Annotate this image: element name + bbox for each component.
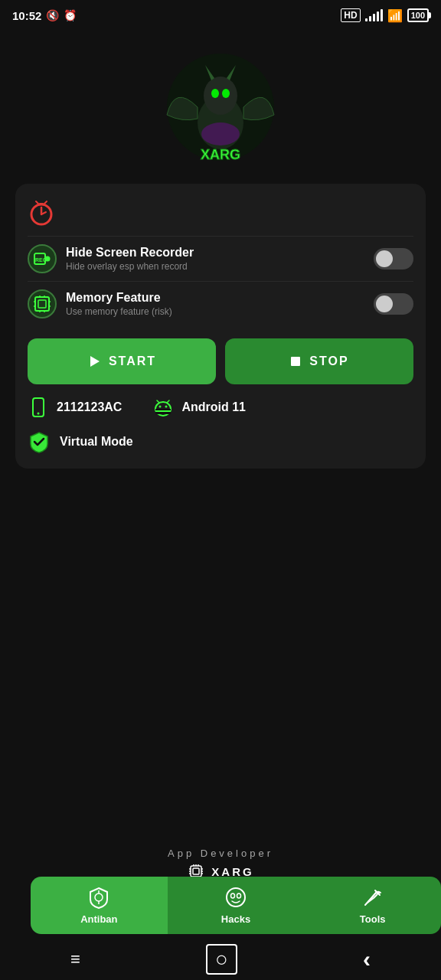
svg-marker-26	[90, 356, 100, 367]
svg-line-12	[44, 201, 47, 204]
logo-area: XARG	[0, 31, 441, 176]
svg-rect-37	[191, 866, 201, 877]
nav-hacks-label: Hacks	[221, 913, 250, 925]
svg-line-11	[36, 201, 38, 204]
phone-icon	[28, 397, 49, 418]
time-display: 10:52	[12, 9, 41, 22]
status-left: 10:52 🔇 ⏰	[12, 9, 77, 22]
virtual-mode-row: Virtual Mode	[28, 424, 413, 456]
svg-rect-10	[39, 203, 44, 205]
svg-line-35	[157, 400, 159, 403]
device-id-value: 2112123AC	[57, 400, 122, 414]
wifi-icon: 📶	[387, 8, 403, 23]
mute-icon: 🔇	[46, 9, 59, 21]
svg-point-2	[204, 77, 237, 115]
svg-rect-17	[38, 300, 46, 308]
battery-icon: 100	[407, 8, 429, 22]
hide-screen-recorder-toggle[interactable]	[374, 248, 413, 270]
nav-antiban-label: Antiban	[80, 913, 117, 925]
android-version-value: Android 11	[181, 400, 246, 414]
svg-point-3	[211, 89, 219, 98]
svg-point-29	[38, 413, 40, 415]
sys-home-button[interactable]: ○	[206, 944, 237, 975]
svg-text:REC: REC	[35, 257, 47, 263]
hd-label: HD	[341, 8, 360, 22]
svg-point-5	[201, 122, 240, 145]
memory-feature-toggle[interactable]	[374, 293, 413, 315]
developer-label: App Developer	[168, 848, 273, 859]
stop-button[interactable]: STOP	[225, 338, 413, 384]
tools-icon	[361, 886, 384, 909]
nav-hacks[interactable]: Hacks	[168, 877, 305, 934]
timer-icon	[28, 199, 55, 227]
signal-icon	[365, 9, 383, 21]
sys-menu-button[interactable]: ≡	[55, 943, 96, 975]
svg-point-51	[95, 893, 103, 901]
svg-point-54	[227, 888, 245, 906]
developer-name: XARG	[211, 865, 253, 878]
hide-screen-recorder-row: REC Hide Screen Recorder Hide overlay es…	[28, 236, 413, 281]
antiban-icon	[87, 886, 110, 909]
memory-icon	[28, 289, 57, 318]
svg-line-57	[365, 892, 377, 905]
virtual-mode-label: Virtual Mode	[60, 435, 133, 449]
svg-point-33	[159, 406, 162, 408]
svg-rect-16	[35, 297, 49, 311]
svg-point-55	[231, 893, 235, 898]
android-icon	[152, 397, 174, 418]
hacks-icon	[224, 886, 247, 909]
memory-feature-row: Memory Feature Use memory feature (risk)	[28, 281, 413, 326]
timer-row	[28, 196, 413, 236]
hide-screen-recorder-text: Hide Screen Recorder Hide overlay esp wh…	[66, 246, 194, 272]
rec-icon: REC	[28, 244, 57, 273]
sys-back-button[interactable]: ‹	[348, 940, 386, 978]
feature-left: REC Hide Screen Recorder Hide overlay es…	[28, 244, 194, 273]
nav-antiban[interactable]: Antiban	[31, 877, 168, 934]
nav-tools-label: Tools	[360, 913, 386, 925]
bottom-navigation: Antiban Hacks Tools	[31, 877, 441, 934]
main-card: REC Hide Screen Recorder Hide overlay es…	[15, 184, 426, 469]
shield-check-icon	[28, 430, 51, 453]
svg-point-4	[222, 89, 230, 98]
action-buttons-row: START STOP	[28, 338, 413, 384]
status-right: HD 📶 100	[341, 8, 429, 23]
device-info-row: 2112123AC Android 11	[28, 384, 413, 424]
svg-rect-27	[291, 357, 300, 366]
system-nav-bar: ≡ ○ ‹	[0, 938, 441, 980]
svg-text:XARG: XARG	[201, 147, 240, 162]
svg-line-36	[167, 400, 169, 403]
app-logo: XARG	[159, 46, 282, 168]
memory-feature-text: Memory Feature Use memory feature (risk)	[66, 291, 172, 317]
feature-left-memory: Memory Feature Use memory feature (risk)	[28, 289, 172, 318]
status-bar: 10:52 🔇 ⏰ HD 📶 100	[0, 0, 441, 31]
svg-point-56	[237, 893, 241, 898]
start-button[interactable]: START	[28, 338, 216, 384]
nav-tools[interactable]: Tools	[304, 877, 441, 934]
alarm-icon: ⏰	[64, 9, 77, 21]
svg-point-15	[45, 256, 51, 262]
svg-rect-38	[193, 868, 199, 874]
device-id-item: 2112123AC	[28, 397, 122, 418]
android-version-item: Android 11	[152, 397, 246, 418]
svg-point-34	[165, 406, 168, 408]
